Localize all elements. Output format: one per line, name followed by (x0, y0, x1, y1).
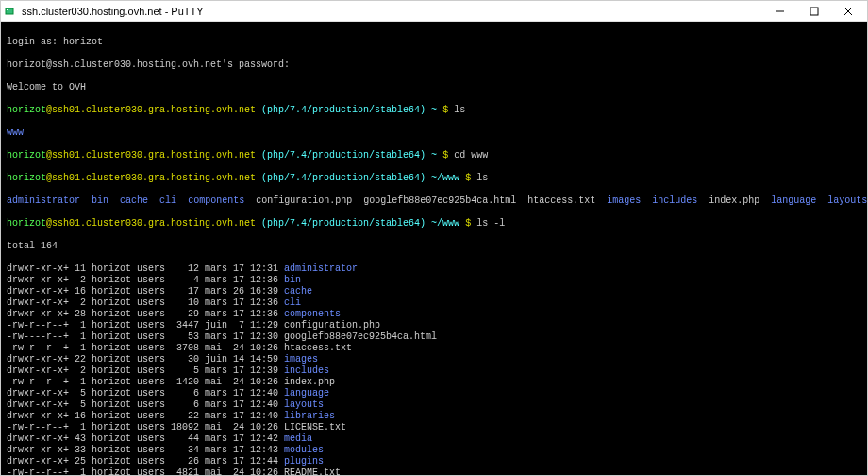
listing-row: drwxr-xr-x+ 16 horizot users 17 mars 26 … (7, 286, 861, 298)
listing-row: -rw-r--r--+ 1 horizot users 4821 mai 24 … (7, 468, 861, 475)
listing-row: drwxr-xr-x+ 5 horizot users 6 mars 17 12… (7, 400, 861, 411)
listing-row: -rw-r--r--+ 1 horizot users 3708 mai 24 … (7, 343, 861, 354)
svg-rect-0 (6, 8, 13, 14)
password-line: horizot@ssh.cluster030.hosting.ovh.net's… (7, 60, 861, 71)
svg-rect-1 (7, 9, 8, 10)
maximize-button[interactable] (797, 1, 831, 22)
listing-row: -rw-r--r--+ 1 horizot users 1420 mai 24 … (7, 377, 861, 388)
listing-row: drwxr-xr-x+ 2 horizot users 4 mars 17 12… (7, 275, 861, 286)
listing-row: -rw-r--r--+ 1 horizot users 18092 mai 24… (7, 422, 861, 434)
listing-row: drwxr-xr-x+ 5 horizot users 6 mars 17 12… (7, 388, 861, 400)
listing-row: drwxr-xr-x+ 11 horizot users 12 mars 17 … (7, 264, 861, 275)
listing-row: drwxr-xr-x+ 25 horizot users 26 mars 17 … (7, 456, 861, 468)
total-line: total 164 (7, 241, 861, 252)
listing-row: drwxr-xr-x+ 22 horizot users 30 juin 14 … (7, 354, 861, 366)
prompt-ls2: horizot@ssh01.cluster030.gra.hosting.ovh… (7, 173, 861, 184)
listing-row: drwxr-xr-x+ 16 horizot users 22 mars 17 … (7, 411, 861, 422)
putty-window: ssh.cluster030.hosting.ovh.net - PuTTY l… (0, 0, 868, 476)
window-title: ssh.cluster030.hosting.ovh.net - PuTTY (22, 6, 204, 17)
listing-row: drwxr-xr-x+ 33 horizot users 34 mars 17 … (7, 445, 861, 456)
listing-row: drwxr-xr-x+ 28 horizot users 29 mars 17 … (7, 309, 861, 320)
listing-row: drwxr-xr-x+ 2 horizot users 5 mars 17 12… (7, 366, 861, 377)
listing-row: drwxr-xr-x+ 2 horizot users 10 mars 17 1… (7, 298, 861, 309)
login-line: login as: horizot (7, 37, 861, 48)
close-button[interactable] (831, 1, 865, 22)
titlebar[interactable]: ssh.cluster030.hosting.ovh.net - PuTTY (1, 1, 867, 22)
minimize-button[interactable] (763, 1, 797, 22)
prompt-lsl: horizot@ssh01.cluster030.gra.hosting.ovh… (7, 218, 861, 230)
listing-row: -rw----r--+ 1 horizot users 53 mars 17 1… (7, 332, 861, 343)
listing-row: -rw-r--r--+ 1 horizot users 3447 juin 7 … (7, 320, 861, 332)
prompt-cd: horizot@ssh01.cluster030.gra.hosting.ovh… (7, 150, 861, 162)
welcome-line: Welcome to OVH (7, 82, 861, 94)
putty-icon (3, 5, 16, 18)
listing-row: drwxr-xr-x+ 43 horizot users 44 mars 17 … (7, 434, 861, 445)
ls-output: www (7, 128, 861, 139)
ls-www-output: administrator bin cache cli components c… (7, 196, 861, 207)
prompt-ls: horizot@ssh01.cluster030.gra.hosting.ovh… (7, 105, 861, 116)
svg-rect-3 (810, 8, 818, 15)
terminal-area[interactable]: login as: horizot horizot@ssh.cluster030… (1, 22, 867, 475)
